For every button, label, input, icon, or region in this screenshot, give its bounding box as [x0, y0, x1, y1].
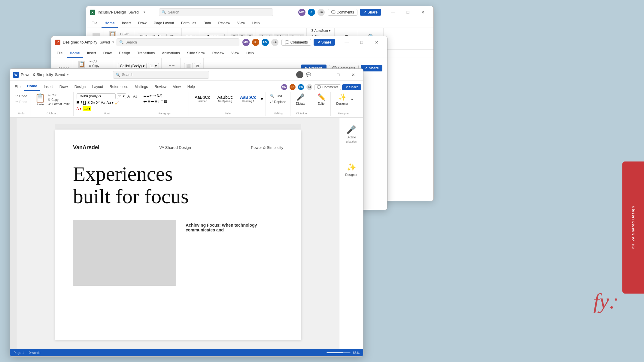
word-font-size-dropdown[interactable]: 11 ▾	[117, 93, 126, 99]
word-maximize-button[interactable]: □	[331, 70, 345, 80]
word-numbering-button[interactable]: ≡	[146, 93, 149, 98]
ppt-tab-draw[interactable]: Draw	[100, 49, 115, 58]
excel-tab-review[interactable]: Review	[215, 19, 233, 28]
ppt-close-button[interactable]: ✕	[370, 38, 384, 47]
ppt-cut-button[interactable]: ✂ Cut	[88, 59, 111, 63]
word-font-family-dropdown[interactable]: Calibri (Body) ▾	[77, 93, 116, 99]
word-highlight-button[interactable]: ab ▾	[83, 106, 91, 111]
word-zoom-slider[interactable]	[327, 352, 351, 353]
word-tab-help[interactable]: Help	[184, 83, 198, 91]
word-bold-button[interactable]: B	[77, 100, 80, 105]
excel-search-bar[interactable]: 🔍 Search	[159, 8, 273, 16]
excel-tab-formulas[interactable]: Formulas	[178, 19, 199, 28]
word-copy-button[interactable]: ⧉ Copy	[47, 98, 71, 102]
word-tab-design[interactable]: Design	[71, 83, 89, 91]
word-superscript-button[interactable]: X²	[96, 101, 100, 105]
word-borders-button[interactable]: ▦	[164, 99, 167, 104]
excel-tab-insert[interactable]: Insert	[119, 19, 134, 28]
ppt-share-btn2[interactable]: ↗ Share	[361, 65, 382, 71]
word-search-bar[interactable]: 🔍 Search	[113, 71, 209, 79]
excel-cut-button[interactable]: ✂ Cut	[119, 32, 132, 36]
word-activity-button[interactable]: 💬	[305, 71, 312, 78]
ppt-copy-button[interactable]: ⧉ Copy	[88, 64, 111, 68]
word-tab-layout[interactable]: Layout	[89, 83, 106, 91]
ppt-share-button[interactable]: ↗ Share	[314, 39, 335, 46]
word-tab-references[interactable]: References	[107, 83, 131, 91]
word-font-color-button[interactable]: A ▾	[77, 107, 82, 111]
word-style-no-spacing[interactable]: AaBbCc No Spacing	[215, 93, 235, 104]
word-grow-font-button[interactable]: A↑	[127, 94, 132, 98]
ppt-bullet-button[interactable]: ≡	[169, 64, 171, 68]
word-style-heading1[interactable]: AaBbCc Heading 1	[237, 93, 259, 104]
excel-maximize-button[interactable]: □	[401, 8, 415, 17]
rpanel-dictate-button[interactable]: 🎤 Dictate Dictation	[344, 123, 359, 146]
word-tab-draw[interactable]: Draw	[56, 83, 71, 91]
excel-share-button[interactable]: ↗ Share	[360, 9, 381, 16]
excel-tab-data[interactable]: Data	[200, 19, 214, 28]
ppt-tab-file[interactable]: File	[54, 49, 65, 58]
excel-title-chevron[interactable]: ▾	[144, 10, 145, 14]
word-designer-expand-button[interactable]: ▾	[351, 97, 353, 101]
word-tab-review[interactable]: Review	[152, 83, 169, 91]
word-tab-file[interactable]: File	[12, 83, 23, 91]
excel-tab-file[interactable]: File	[89, 19, 100, 28]
ppt-shapes-button[interactable]: ⬜	[184, 63, 193, 69]
ppt-tab-design[interactable]: Design	[116, 49, 133, 58]
ppt-tab-review[interactable]: Review	[209, 49, 227, 58]
word-format-paint-button[interactable]: 🖌 Format Paint	[47, 102, 71, 106]
ppt-font-family-dropdown[interactable]: Calibri (Body) ▾	[118, 63, 147, 69]
word-designer-button[interactable]: ✨ Designer	[334, 92, 351, 107]
word-show-formatting-button[interactable]: ¶	[160, 93, 162, 98]
ppt-tab-insert[interactable]: Insert	[84, 49, 99, 58]
word-minimize-button[interactable]: —	[316, 70, 330, 80]
excel-tab-help[interactable]: Help	[249, 19, 263, 28]
ppt-tab-transitions[interactable]: Transitions	[134, 49, 158, 58]
word-italic-button[interactable]: I	[81, 100, 82, 105]
word-align-left-button[interactable]: ⬅	[143, 99, 147, 104]
word-title-chevron-icon[interactable]: ▾	[67, 73, 69, 77]
ppt-tab-home[interactable]: Home	[67, 49, 83, 58]
ppt-font-size-dropdown[interactable]: 11 ▾	[148, 63, 159, 69]
doc-main-title[interactable]: Experiences built for focus	[73, 163, 283, 208]
word-tab-view[interactable]: View	[170, 83, 184, 91]
word-tab-home[interactable]: Home	[24, 82, 40, 91]
word-undo-button[interactable]: ↩ Undo	[14, 93, 28, 98]
word-align-right-button[interactable]: ➡	[150, 99, 154, 104]
excel-comments-button[interactable]: 💬 Comments	[328, 9, 357, 16]
ppt-arrange-button[interactable]: ⧉	[194, 63, 201, 69]
excel-minimize-button[interactable]: —	[386, 8, 400, 17]
excel-tab-pagelayout[interactable]: Page Layout	[151, 19, 177, 28]
word-paste-button[interactable]: 📋 Paste	[34, 92, 46, 107]
word-tab-insert[interactable]: Insert	[41, 83, 56, 91]
excel-tab-view[interactable]: View	[234, 19, 248, 28]
word-subscript-button[interactable]: X₂	[91, 101, 95, 105]
excel-tab-home[interactable]: Home	[102, 19, 117, 28]
word-cut-button[interactable]: ✂ Cut	[47, 93, 71, 97]
word-shading-button[interactable]: ◻	[160, 99, 163, 104]
word-comments-button[interactable]: 💬 Comments	[314, 84, 341, 90]
word-underline-button[interactable]: U	[83, 100, 86, 105]
word-style-normal[interactable]: AaBbCc Normal*	[192, 93, 213, 104]
word-styles-more-button[interactable]: ▾	[261, 96, 263, 102]
word-close-button[interactable]: ✕	[346, 70, 360, 80]
word-replace-button[interactable]: ⇄ Replace	[269, 99, 287, 104]
ppt-minimize-button[interactable]: —	[340, 38, 354, 47]
ppt-comments-button[interactable]: 💬 Comments	[281, 39, 311, 46]
ppt-maximize-button[interactable]: □	[355, 38, 369, 47]
excel-close-button[interactable]: ✕	[416, 8, 430, 17]
word-editor-button[interactable]: ✏️ Editor	[315, 92, 328, 107]
ppt-tab-help[interactable]: Help	[243, 49, 257, 58]
rpanel-designer-button[interactable]: ✨ Designer	[343, 160, 360, 179]
excel-tab-draw[interactable]: Draw	[135, 19, 150, 28]
ppt-tab-animations[interactable]: Animations	[159, 49, 183, 58]
ppt-numbering-button[interactable]: ≡	[172, 64, 175, 68]
word-clear-formatting-button[interactable]: 🧹	[115, 101, 119, 105]
word-shrink-font-button[interactable]: A↓	[133, 94, 138, 98]
ppt-search-bar[interactable]: 🔍 Search	[117, 38, 239, 46]
word-doc-scroll[interactable]: VanArsdel VA Shared Design Power & Simpl…	[17, 118, 339, 349]
word-justify-button[interactable]: ≡	[155, 99, 157, 104]
word-line-spacing-button[interactable]: ↕	[158, 99, 160, 104]
ppt-tab-view[interactable]: View	[228, 49, 242, 58]
chevron-down-icon[interactable]: ▾	[112, 40, 114, 44]
word-dictate-button[interactable]: 🎤 Dictate	[293, 92, 308, 107]
